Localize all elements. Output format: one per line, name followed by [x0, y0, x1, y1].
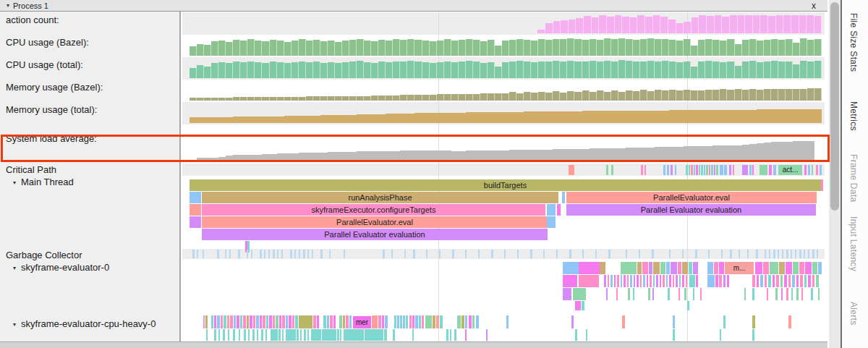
evaluator0-slice[interactable] — [793, 262, 799, 274]
evaluator0-slice[interactable] — [818, 288, 820, 300]
cpu-heavy-slice[interactable] — [261, 329, 263, 341]
cpu-heavy-slice[interactable] — [340, 329, 341, 341]
critical-path-event[interactable] — [641, 165, 643, 175]
evaluator0-slice[interactable] — [715, 275, 718, 287]
evaluator0-slice[interactable] — [633, 288, 634, 300]
cpu-heavy-slice[interactable] — [256, 315, 259, 328]
cpu-heavy-slice[interactable] — [400, 315, 402, 328]
cpu-heavy-slice[interactable] — [323, 315, 326, 328]
vertical-scrollbar-thumb[interactable] — [830, 2, 839, 211]
event-chip-skyframe-evaluator-cpu-heavy-0[interactable]: mer — [353, 316, 371, 328]
evaluator0-slice[interactable] — [689, 275, 695, 287]
cpu-heavy-slice[interactable] — [260, 315, 262, 328]
evaluator0-slice[interactable] — [693, 288, 694, 300]
evaluator0-slice[interactable] — [604, 275, 606, 287]
cpu-heavy-slice[interactable] — [337, 329, 339, 341]
cpu-heavy-slice[interactable] — [384, 329, 387, 341]
evaluator0-slice[interactable] — [678, 288, 680, 300]
evaluator0-slice[interactable] — [768, 275, 771, 287]
cpu-heavy-slice[interactable] — [673, 315, 675, 328]
evaluator0-slice[interactable] — [630, 275, 632, 287]
evaluator0-slice[interactable] — [767, 288, 768, 300]
cpu-bazel-chart[interactable] — [190, 37, 822, 56]
cpu-heavy-slice[interactable] — [253, 315, 255, 328]
evaluator0-slice[interactable] — [610, 275, 613, 287]
evaluator0-slice[interactable] — [679, 275, 681, 287]
critical-path-event[interactable] — [689, 165, 690, 175]
evaluator0-slice[interactable] — [624, 275, 626, 287]
evaluator0-slice[interactable] — [714, 262, 718, 274]
cpu-heavy-slice[interactable] — [382, 315, 384, 328]
critical-path-event[interactable] — [820, 165, 822, 175]
cpu-heavy-slice[interactable] — [304, 329, 306, 341]
cpu-heavy-slice[interactable] — [446, 329, 448, 341]
critical-path-event[interactable] — [691, 165, 693, 175]
evaluator0-slice[interactable] — [723, 275, 726, 287]
cpu-heavy-slice[interactable] — [227, 315, 229, 328]
main-thread-slice[interactable] — [190, 216, 201, 228]
evaluator0-slice[interactable] — [811, 288, 813, 300]
evaluator0-slice[interactable] — [653, 262, 660, 274]
cpu-heavy-slice[interactable] — [752, 315, 755, 328]
main-thread-slice[interactable] — [547, 204, 556, 216]
cpu-heavy-slice[interactable] — [307, 329, 309, 341]
cpu-heavy-slice[interactable] — [279, 315, 281, 328]
event-chip-skyframe-evaluator-0[interactable]: m... — [725, 262, 754, 274]
evaluator0-slice[interactable] — [563, 275, 577, 287]
evaluator0-slice[interactable] — [643, 275, 645, 287]
evaluator0-slice[interactable] — [770, 262, 778, 274]
horizontal-scrollbar[interactable] — [0, 341, 827, 348]
cpu-heavy-slice[interactable] — [419, 315, 421, 328]
evaluator0-slice[interactable] — [786, 288, 788, 300]
main-thread-slice[interactable] — [562, 192, 565, 203]
evaluator0-slice[interactable] — [689, 262, 692, 274]
critical-path-event[interactable] — [804, 165, 807, 175]
evaluator0-slice[interactable] — [784, 275, 787, 287]
evaluator0-slice[interactable] — [628, 288, 630, 300]
cpu-heavy-slice[interactable] — [263, 315, 265, 328]
cpu-heavy-slice[interactable] — [265, 329, 267, 341]
evaluator0-slice[interactable] — [637, 262, 642, 274]
critical-path-event[interactable] — [742, 165, 748, 175]
evaluator0-slice[interactable] — [792, 275, 795, 287]
cpu-heavy-slice[interactable] — [313, 315, 316, 328]
main-thread-slice[interactable] — [190, 192, 201, 203]
evaluator0-slice[interactable] — [687, 301, 689, 310]
cpu-heavy-slice[interactable] — [266, 315, 268, 328]
cpu-heavy-slice[interactable] — [720, 329, 721, 341]
evaluator0-slice[interactable] — [573, 288, 586, 300]
critical-path-event[interactable] — [729, 165, 731, 175]
cpu-total-chart[interactable] — [190, 59, 822, 78]
evaluator0-slice[interactable] — [796, 275, 799, 287]
evaluator0-slice[interactable] — [614, 275, 616, 287]
evaluator0-slice[interactable] — [808, 275, 811, 287]
cpu-heavy-slice[interactable] — [234, 315, 236, 328]
cpu-heavy-slice[interactable] — [224, 315, 226, 328]
cpu-heavy-slice[interactable] — [346, 315, 349, 328]
cpu-heavy-slice[interactable] — [289, 315, 292, 328]
mem-total-chart[interactable] — [190, 104, 822, 123]
critical-path-event[interactable] — [569, 165, 574, 175]
evaluator0-slice[interactable] — [617, 275, 619, 287]
cpu-heavy-slice[interactable] — [393, 329, 395, 341]
evaluator0-slice[interactable] — [744, 288, 746, 300]
cpu-heavy-slice[interactable] — [397, 315, 399, 328]
evaluator0-slice[interactable] — [642, 262, 648, 274]
cpu-heavy-slice[interactable] — [472, 315, 475, 328]
cpu-heavy-slice[interactable] — [412, 329, 414, 341]
cpu-heavy-slice[interactable] — [230, 315, 233, 328]
cpu-heavy-slice[interactable] — [506, 315, 509, 328]
evaluator0-slice[interactable] — [816, 275, 819, 287]
evaluator0-slice[interactable] — [579, 275, 599, 287]
cpu-heavy-slice[interactable] — [571, 315, 574, 328]
cpu-heavy-slice[interactable] — [575, 329, 577, 341]
evaluator0-slice[interactable] — [788, 275, 791, 287]
evaluator0-slice[interactable] — [563, 262, 579, 274]
cpu-heavy-slice[interactable] — [412, 315, 414, 328]
collapse-arrow-icon[interactable]: ▾ — [13, 321, 16, 328]
main-thread-slice[interactable]: buildTargets — [190, 179, 821, 191]
evaluator0-slice[interactable] — [606, 288, 608, 300]
cpu-heavy-slice[interactable] — [295, 315, 298, 328]
evaluator0-slice[interactable] — [652, 288, 654, 300]
cpu-heavy-slice[interactable] — [622, 315, 625, 328]
